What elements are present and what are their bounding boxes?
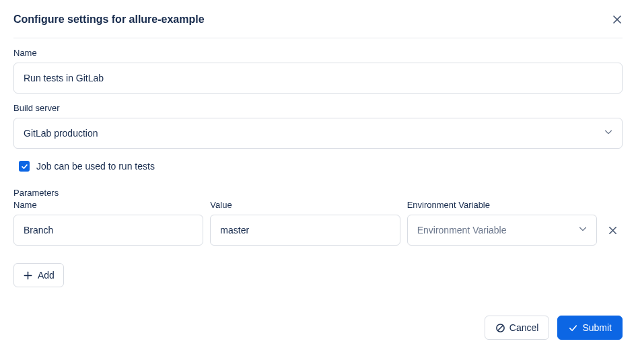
param-env-select[interactable]: Environment Variable bbox=[407, 215, 597, 246]
param-name-label: Name bbox=[13, 200, 203, 210]
param-env-label: Environment Variable bbox=[407, 200, 597, 210]
close-icon bbox=[612, 14, 623, 25]
close-icon bbox=[608, 225, 618, 235]
parameter-row: Name Value Environment Variable Environm… bbox=[13, 200, 623, 246]
job-checkbox-label: Job can be used to run tests bbox=[36, 161, 155, 172]
cancel-icon bbox=[495, 323, 505, 333]
cancel-button[interactable]: Cancel bbox=[485, 316, 550, 340]
submit-button[interactable]: Submit bbox=[557, 316, 623, 340]
add-button[interactable]: Add bbox=[13, 263, 64, 287]
cancel-button-label: Cancel bbox=[509, 322, 539, 333]
param-delete-button[interactable] bbox=[604, 215, 623, 246]
param-name-col: Name bbox=[13, 200, 203, 246]
plus-icon bbox=[23, 270, 33, 281]
param-value-label: Value bbox=[210, 200, 400, 210]
job-checkbox[interactable] bbox=[19, 161, 30, 172]
parameters-title: Parameters bbox=[13, 188, 623, 198]
add-button-label: Add bbox=[38, 270, 55, 281]
name-label: Name bbox=[13, 48, 623, 58]
name-input[interactable] bbox=[13, 63, 623, 94]
param-env-col: Environment Variable Environment Variabl… bbox=[407, 200, 597, 246]
param-value-input[interactable] bbox=[210, 215, 400, 246]
build-server-group: Build server GitLab production bbox=[13, 103, 623, 149]
dialog-title: Configure settings for allure-example bbox=[13, 13, 205, 26]
dialog-header: Configure settings for allure-example bbox=[13, 13, 623, 38]
dialog-footer: Cancel Submit bbox=[13, 316, 623, 340]
param-value-col: Value bbox=[210, 200, 400, 246]
job-checkbox-row: Job can be used to run tests bbox=[19, 161, 623, 172]
check-icon bbox=[568, 323, 578, 333]
build-server-label: Build server bbox=[13, 103, 623, 113]
name-group: Name bbox=[13, 48, 623, 94]
submit-button-label: Submit bbox=[582, 322, 612, 333]
param-name-input[interactable] bbox=[13, 215, 203, 246]
close-button[interactable] bbox=[612, 14, 623, 25]
build-server-select[interactable]: GitLab production bbox=[13, 118, 623, 149]
check-icon bbox=[21, 163, 28, 170]
svg-line-7 bbox=[498, 325, 503, 330]
